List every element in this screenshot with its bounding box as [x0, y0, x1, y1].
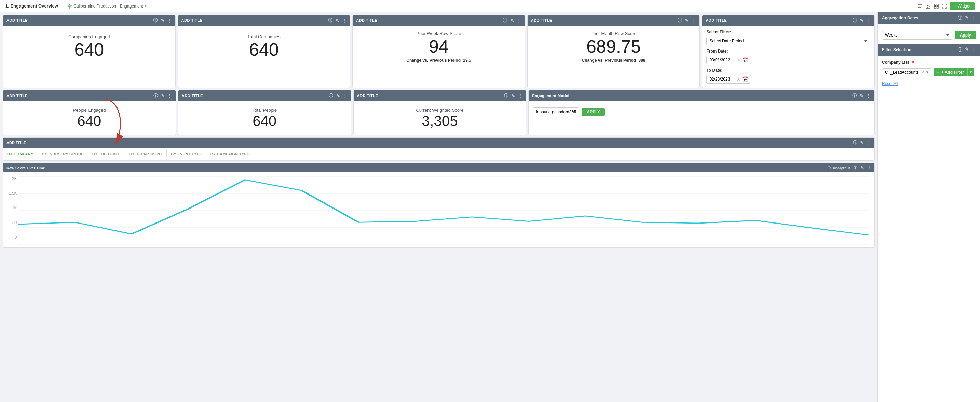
info-icon-3[interactable]: ⓘ	[503, 17, 508, 24]
engagement-apply-button[interactable]: APPLY	[582, 108, 605, 116]
filter-chip-row: CT_LeadAccounts ✕ ▾ + + Add Filter ▾	[882, 68, 976, 76]
from-date-calendar-icon[interactable]: 📅	[742, 57, 748, 63]
chart-body: 2K 1.5K 1K 500 0	[3, 173, 874, 247]
svg-rect-4	[934, 6, 936, 8]
select-filter-label: Select Filter:	[706, 30, 731, 35]
info-icon-ch[interactable]: ⓘ	[854, 165, 858, 170]
info-icon-4[interactable]: ⓘ	[678, 17, 682, 24]
info-icon-p3[interactable]: ⓘ	[504, 92, 509, 99]
from-date-input[interactable]	[710, 58, 737, 62]
widget-button[interactable]: + Widget	[950, 2, 975, 10]
info-icon-fs[interactable]: ⓘ	[958, 47, 962, 53]
edit-icon-2[interactable]: ✎	[335, 18, 339, 23]
expand-icon[interactable]	[942, 3, 947, 9]
info-icon-t[interactable]: ⓘ	[853, 139, 858, 146]
chip-clear-button[interactable]: ✕	[921, 70, 924, 75]
people-engaged-card: ADD TITLE ⓘ ✎ ⋮ People Engaged 640	[3, 90, 176, 135]
prior-week-label: Prior Week Raw Score	[416, 31, 461, 36]
edit-icon-1[interactable]: ✎	[161, 18, 165, 23]
edit-icon-fs[interactable]: ✎	[965, 47, 969, 53]
filter-selection-body: Company List ✕ CT_LeadAccounts ✕ ▾ + + A…	[878, 55, 980, 90]
grid-icon[interactable]	[934, 3, 939, 9]
topbar: 1. Engagement Overview | Calibermind Pro…	[0, 0, 980, 12]
more-icon-t[interactable]: ⋮	[867, 140, 871, 146]
edit-icon-f[interactable]: ✎	[860, 18, 864, 23]
info-icon-ad[interactable]: ⓘ	[958, 15, 962, 21]
card-body-2: Total Companies 640	[178, 25, 350, 66]
lightning-icon	[67, 4, 72, 8]
people-engaged-header: ADD TITLE ⓘ ✎ ⋮	[3, 90, 176, 101]
reset-all-button[interactable]: Reset All	[882, 81, 976, 86]
add-filter-button[interactable]: + + Add Filter	[934, 68, 967, 76]
total-people-card: ADD TITLE ⓘ ✎ ⋮ Total People 640	[178, 90, 351, 135]
more-icon-3[interactable]: ⋮	[517, 18, 522, 23]
edit-icon-p2[interactable]: ✎	[336, 93, 340, 98]
tabs-card: ADD TITLE ⓘ ✎ ⋮ BY COMPANY BY INDUSTRY G…	[3, 137, 875, 161]
company-list-remove[interactable]: ✕	[911, 60, 915, 65]
text-icon[interactable]	[917, 3, 923, 9]
tab-by-department[interactable]: BY DEPARTMENT	[125, 150, 167, 157]
to-date-clear[interactable]: ✕	[737, 76, 741, 82]
topbar-subtitle: Calibermind Production - Engagement ▾	[67, 4, 146, 8]
more-icon-2[interactable]: ⋮	[342, 18, 347, 23]
more-icon-fs[interactable]: ⋮	[972, 47, 976, 53]
to-date-input-wrap: ✕ 📅	[706, 75, 751, 84]
tab-by-event-type[interactable]: BY EVENT TYPE	[167, 150, 207, 157]
row-1: ADD TITLE ⓘ ✎ ⋮ Companies Engaged 640 AD…	[3, 15, 875, 88]
tab-by-company[interactable]: BY COMPANY	[7, 150, 38, 157]
edit-icon-ad[interactable]: ✎	[965, 15, 969, 21]
info-icon-em[interactable]: ⓘ	[852, 92, 857, 99]
edit-icon-p1[interactable]: ✎	[161, 93, 165, 98]
more-icon-ad[interactable]: ⋮	[972, 15, 976, 21]
aggregation-apply-button[interactable]: Apply	[955, 31, 976, 39]
more-icon-4[interactable]: ⋮	[692, 18, 697, 23]
company-list-header: Company List ✕	[882, 60, 976, 65]
content-area: ADD TITLE ⓘ ✎ ⋮ Companies Engaged 640 AD…	[0, 12, 878, 402]
from-date-input-wrap: ✕ 📅	[706, 55, 751, 65]
more-icon-1[interactable]: ⋮	[167, 18, 172, 23]
from-date-label: From Date:	[706, 49, 751, 54]
more-icon-p2[interactable]: ⋮	[343, 93, 347, 98]
main-layout: ADD TITLE ⓘ ✎ ⋮ Companies Engaged 640 AD…	[0, 12, 980, 402]
chip-dropdown-icon[interactable]: ▾	[926, 70, 928, 74]
edit-icon-t[interactable]: ✎	[860, 140, 864, 146]
aggregation-select[interactable]: Weeks	[882, 31, 952, 40]
edit-icon-p3[interactable]: ✎	[511, 93, 515, 98]
engagement-model-select[interactable]: Inbound (standard365	[533, 108, 579, 116]
more-icon-p1[interactable]: ⋮	[167, 93, 172, 98]
more-icon-ch[interactable]: ⋮	[867, 166, 871, 170]
image-icon[interactable]	[925, 3, 931, 9]
more-icon-f[interactable]: ⋮	[867, 18, 871, 23]
chart-header-right: Analyze It ⓘ ✎ ⋮	[827, 165, 871, 170]
date-filter-body: Select Filter: Select Date Period From D…	[702, 25, 874, 88]
edit-icon-ch[interactable]: ✎	[861, 166, 864, 170]
aggregation-dates-header: Aggregation Dates ⓘ ✎ ⋮	[878, 12, 980, 24]
tab-by-industry[interactable]: BY INDUSTRY GROUP	[38, 150, 88, 157]
tab-by-campaign-type[interactable]: BY CAMPAIGN TYPE	[207, 150, 253, 157]
card-body-1: Companies Engaged 640	[3, 25, 175, 66]
more-icon-p3[interactable]: ⋮	[518, 93, 523, 98]
edit-icon-4[interactable]: ✎	[685, 18, 689, 23]
prior-month-change: Change vs. Previous Period 388	[582, 58, 646, 63]
date-period-select[interactable]: Select Date Period	[706, 36, 870, 45]
prior-month-card: ADD TITLE ⓘ ✎ ⋮ Prior Month Raw Score 68…	[527, 15, 700, 88]
to-date-input[interactable]	[710, 77, 737, 82]
info-icon-p2[interactable]: ⓘ	[329, 92, 334, 99]
info-icon-2[interactable]: ⓘ	[328, 17, 333, 24]
weighted-score-label: Current Weighted Score	[416, 108, 463, 112]
edit-icon-3[interactable]: ✎	[510, 18, 514, 23]
more-icon-em[interactable]: ⋮	[866, 93, 871, 98]
to-date-calendar-icon[interactable]: 📅	[742, 76, 748, 82]
info-icon-1[interactable]: ⓘ	[153, 17, 158, 24]
edit-icon-em[interactable]: ✎	[860, 93, 864, 98]
info-icon-f[interactable]: ⓘ	[853, 17, 858, 24]
tab-by-job-level[interactable]: BY JOB LEVEL	[88, 150, 125, 157]
people-engaged-body: People Engaged 640	[3, 101, 176, 135]
date-filter-header: ADD TITLE ⓘ ✎ ⋮	[702, 15, 874, 25]
from-date-clear[interactable]: ✕	[737, 57, 741, 63]
card-header-1: ADD TITLE ⓘ ✎ ⋮	[3, 15, 175, 25]
engagement-model-card: Engagement Model ⓘ ✎ ⋮ Inbound (standard…	[528, 90, 875, 135]
info-icon-p1[interactable]: ⓘ	[153, 92, 158, 99]
total-people-number: 640	[253, 114, 277, 128]
add-filter-dropdown-button[interactable]: ▾	[967, 68, 974, 76]
